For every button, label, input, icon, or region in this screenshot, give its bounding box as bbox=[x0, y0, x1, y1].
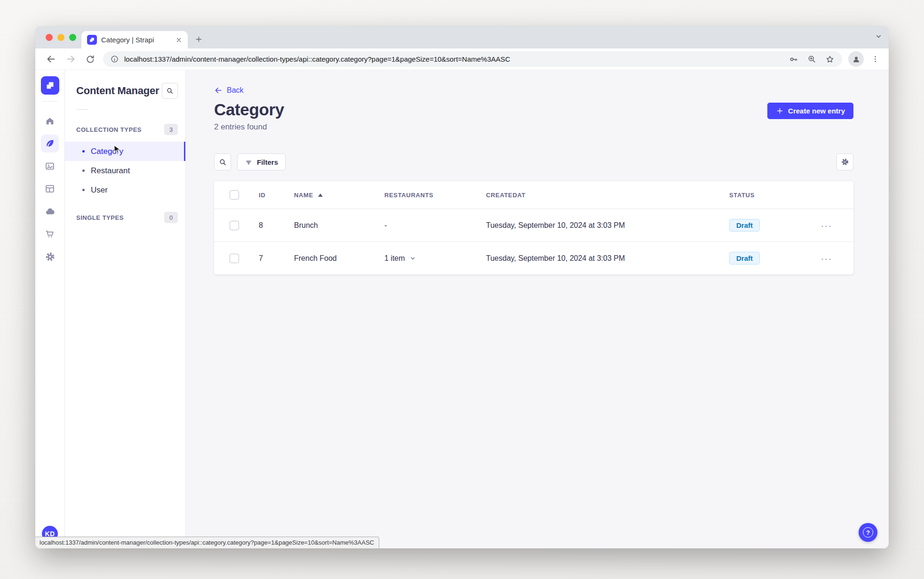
column-header-id[interactable]: ID bbox=[259, 192, 294, 199]
sidebar-item-restaurant[interactable]: Restaurant bbox=[65, 161, 185, 180]
column-header-restaurants[interactable]: RESTAURANTS bbox=[384, 192, 486, 199]
column-header-name[interactable]: NAME bbox=[294, 192, 384, 199]
cloud-icon[interactable] bbox=[41, 202, 59, 220]
content-manager-feather-icon[interactable] bbox=[41, 135, 59, 153]
subnav-search-button[interactable] bbox=[162, 83, 178, 99]
cell-id: 8 bbox=[259, 221, 294, 230]
tab-close-icon[interactable] bbox=[175, 36, 183, 44]
table-row[interactable]: 7 French Food 1 item Tuesday, September … bbox=[214, 241, 853, 274]
search-icon bbox=[219, 158, 227, 166]
column-header-status[interactable]: STATUS bbox=[729, 192, 821, 199]
back-link[interactable]: Back bbox=[214, 86, 244, 95]
media-library-icon[interactable] bbox=[41, 157, 59, 175]
entries-table: ID NAME RESTAURANTS CREATEDAT STATUS 8 B… bbox=[214, 181, 853, 274]
strapi-logo-icon[interactable] bbox=[41, 76, 59, 95]
gear-icon bbox=[841, 158, 849, 166]
table-header-row: ID NAME RESTAURANTS CREATEDAT STATUS bbox=[214, 181, 853, 209]
strapi-admin: KD Content Manager COLLECTION TYPES 3 Ca… bbox=[35, 70, 889, 548]
bullet-icon bbox=[82, 150, 85, 153]
create-new-entry-button[interactable]: Create new entry bbox=[767, 103, 853, 119]
tab-search-chevron-icon[interactable] bbox=[875, 33, 882, 40]
forward-nav-icon[interactable] bbox=[63, 51, 79, 67]
close-window-button[interactable] bbox=[46, 34, 53, 41]
status-badge: Draft bbox=[729, 252, 760, 265]
bullet-icon bbox=[82, 169, 85, 172]
strapi-favicon-icon bbox=[87, 35, 97, 45]
arrow-left-icon bbox=[214, 86, 223, 95]
cell-createdat: Tuesday, September 10, 2024 at 3:03 PM bbox=[486, 254, 729, 263]
row-actions-button[interactable]: ... bbox=[821, 251, 832, 265]
maximize-window-button[interactable] bbox=[69, 34, 76, 41]
filters-button[interactable]: Filters bbox=[237, 153, 286, 170]
status-bar-url: localhost:1337/admin/content-manager/col… bbox=[35, 537, 379, 548]
content-type-builder-icon[interactable] bbox=[41, 180, 59, 198]
collection-types-label: COLLECTION TYPES bbox=[76, 126, 142, 133]
cell-name: Brunch bbox=[294, 221, 384, 230]
bookmark-star-icon[interactable] bbox=[825, 55, 835, 64]
plus-icon bbox=[776, 107, 784, 115]
subnav-divider bbox=[76, 109, 88, 110]
subnav-title: Content Manager bbox=[76, 85, 159, 97]
single-types-count-badge: 0 bbox=[164, 212, 178, 223]
browser-tab[interactable]: Category | Strapi bbox=[81, 31, 188, 48]
browser-profile-icon[interactable] bbox=[848, 51, 864, 67]
chevron-down-icon[interactable] bbox=[410, 255, 416, 261]
search-button[interactable] bbox=[214, 153, 231, 170]
view-settings-gear-button[interactable] bbox=[836, 153, 853, 170]
urlbar-actions bbox=[789, 55, 835, 64]
browser-toolbar: localhost:1337/admin/content-manager/col… bbox=[35, 48, 889, 70]
cell-id: 7 bbox=[259, 254, 294, 263]
single-types-label: SINGLE TYPES bbox=[76, 214, 124, 221]
settings-gear-icon[interactable] bbox=[41, 248, 59, 265]
reload-icon[interactable] bbox=[82, 51, 98, 67]
content-manager-subnav: Content Manager COLLECTION TYPES 3 Categ… bbox=[65, 70, 186, 548]
question-icon: ? bbox=[863, 527, 873, 538]
status-badge: Draft bbox=[729, 219, 760, 232]
main-content: Back Category 2 entries found Create new… bbox=[186, 70, 889, 548]
address-bar[interactable]: localhost:1337/admin/content-manager/col… bbox=[103, 51, 842, 67]
window-controls bbox=[46, 34, 76, 41]
home-icon[interactable] bbox=[41, 112, 59, 130]
sidebar-item-category[interactable]: Category bbox=[65, 142, 185, 161]
tab-title: Category | Strapi bbox=[101, 36, 170, 44]
sort-ascending-icon bbox=[318, 193, 323, 197]
cell-createdat: Tuesday, September 10, 2024 at 3:03 PM bbox=[486, 221, 729, 230]
entries-count: 2 entries found bbox=[214, 122, 284, 132]
url-text[interactable]: localhost:1337/admin/content-manager/col… bbox=[124, 55, 783, 63]
new-tab-button[interactable] bbox=[191, 32, 206, 46]
page-title: Category bbox=[214, 100, 284, 119]
list-toolbar: Filters bbox=[214, 153, 853, 170]
minimize-window-button[interactable] bbox=[57, 34, 64, 41]
marketplace-cart-icon[interactable] bbox=[41, 225, 59, 243]
rail-divider bbox=[42, 101, 58, 102]
row-checkbox[interactable] bbox=[230, 221, 239, 230]
cell-name: French Food bbox=[294, 254, 384, 263]
help-button[interactable]: ? bbox=[859, 523, 877, 542]
bullet-icon bbox=[82, 189, 85, 191]
site-info-icon[interactable] bbox=[111, 55, 119, 63]
browser-window: Category | Strapi localhost:1337/admin/c… bbox=[35, 26, 889, 548]
table-row[interactable]: 8 Brunch - Tuesday, September 10, 2024 a… bbox=[214, 209, 853, 241]
cell-restaurants: - bbox=[384, 221, 486, 230]
zoom-magnifier-icon[interactable] bbox=[807, 55, 816, 64]
browser-menu-dots-icon[interactable] bbox=[868, 52, 882, 66]
collection-types-list: Category Restaurant User bbox=[65, 142, 185, 200]
column-header-createdat[interactable]: CREATEDAT bbox=[486, 192, 729, 199]
filter-lines-icon bbox=[245, 158, 253, 166]
page-heading: Category 2 entries found bbox=[214, 100, 284, 132]
row-checkbox[interactable] bbox=[230, 254, 239, 263]
sidebar-item-user[interactable]: User bbox=[65, 180, 185, 200]
main-nav-rail: KD bbox=[35, 70, 65, 548]
select-all-checkbox[interactable] bbox=[230, 190, 239, 200]
row-actions-button[interactable]: ... bbox=[821, 218, 832, 232]
collection-types-count-badge: 3 bbox=[164, 124, 178, 135]
cell-restaurants[interactable]: 1 item bbox=[384, 254, 486, 263]
tab-bar: Category | Strapi bbox=[35, 26, 889, 48]
password-key-icon[interactable] bbox=[789, 55, 798, 64]
back-nav-icon[interactable] bbox=[43, 51, 59, 67]
